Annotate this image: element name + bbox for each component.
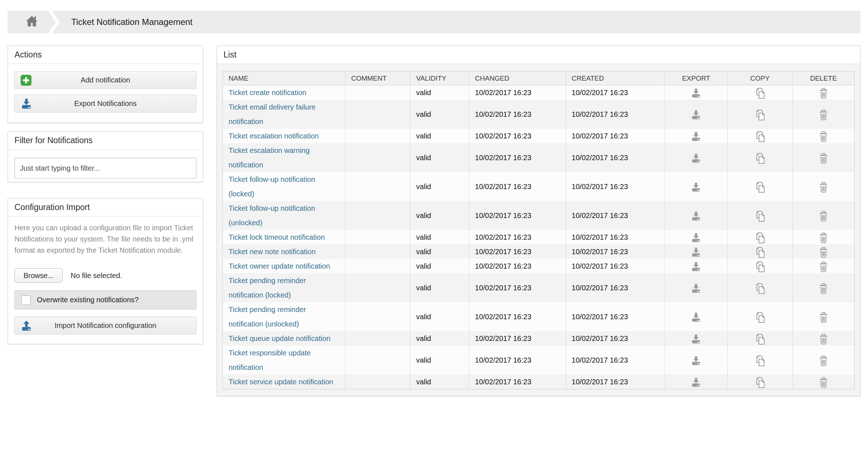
notification-name-link[interactable]: Ticket lock timeout notification — [229, 233, 325, 241]
notification-name-link[interactable]: Ticket follow-up notification (locked) — [229, 175, 315, 198]
changed-cell: 10/02/2017 16:23 — [469, 331, 566, 346]
changed-cell: 10/02/2017 16:23 — [469, 129, 566, 143]
notification-name-link[interactable]: Ticket owner update notification — [229, 262, 330, 270]
export-button[interactable] — [691, 262, 701, 272]
copy-button[interactable] — [754, 210, 765, 222]
add-notification-button[interactable]: Add notification — [14, 71, 196, 89]
delete-button[interactable] — [819, 283, 828, 294]
notification-name-link[interactable]: Ticket email delivery failure notificati… — [229, 103, 315, 125]
delete-button[interactable] — [819, 88, 828, 99]
export-button[interactable] — [691, 334, 701, 344]
comment-cell — [345, 244, 410, 259]
export-button[interactable] — [691, 88, 701, 98]
copy-button[interactable] — [754, 131, 765, 142]
copy-button[interactable] — [754, 261, 765, 273]
delete-button[interactable] — [819, 211, 828, 222]
export-button[interactable] — [691, 182, 701, 192]
trash-icon — [819, 377, 828, 388]
copy-pages-icon — [754, 232, 765, 244]
copy-button[interactable] — [754, 181, 765, 193]
page-title: Ticket Notification Management — [71, 17, 192, 27]
export-button[interactable] — [691, 233, 701, 243]
export-button[interactable] — [691, 356, 701, 366]
copy-button[interactable] — [754, 109, 765, 121]
copy-pages-icon — [754, 210, 765, 222]
delete-button[interactable] — [819, 377, 828, 388]
comment-cell — [345, 85, 410, 100]
notification-table: NAME COMMENT VALIDITY CHANGED CREATED EX… — [222, 71, 855, 389]
notification-name-link[interactable]: Ticket responsible update notification — [229, 349, 311, 371]
copy-button[interactable] — [754, 377, 765, 388]
trash-icon — [819, 110, 828, 120]
notification-name-link[interactable]: Ticket escalation notification — [229, 132, 319, 140]
export-button[interactable] — [691, 247, 701, 257]
copy-button[interactable] — [754, 232, 765, 244]
export-notifications-label: Export Notifications — [74, 99, 136, 108]
export-button[interactable] — [691, 132, 701, 141]
comment-cell — [345, 259, 410, 273]
export-button[interactable] — [691, 110, 701, 120]
export-button[interactable] — [691, 377, 701, 387]
comment-cell — [345, 331, 410, 346]
notification-name-link[interactable]: Ticket pending reminder notification (lo… — [229, 277, 306, 299]
created-cell: 10/02/2017 16:23 — [566, 172, 665, 201]
download-icon — [691, 283, 701, 293]
delete-button[interactable] — [819, 334, 828, 345]
delete-button[interactable] — [819, 153, 828, 164]
breadcrumb: Ticket Notification Management — [8, 11, 860, 33]
copy-pages-icon — [754, 131, 765, 142]
comment-cell — [345, 302, 410, 331]
changed-cell: 10/02/2017 16:23 — [469, 143, 566, 172]
home-link[interactable] — [26, 16, 38, 29]
filter-input[interactable] — [14, 158, 196, 179]
copy-button[interactable] — [754, 355, 765, 367]
no-file-selected-text: No file selected. — [71, 272, 122, 280]
delete-button[interactable] — [819, 247, 828, 258]
delete-button[interactable] — [819, 355, 828, 366]
trash-icon — [819, 312, 828, 323]
comment-cell — [345, 100, 410, 129]
name-cell: Ticket escalation warning notification — [223, 143, 345, 172]
column-header-copy: COPY — [727, 72, 792, 85]
delete-button[interactable] — [819, 312, 828, 323]
copy-button[interactable] — [754, 247, 765, 258]
overwrite-checkbox[interactable] — [21, 295, 31, 305]
validity-cell: valid — [410, 244, 469, 259]
table-row: Ticket follow-up notification (locked) v… — [223, 172, 855, 201]
table-row: Ticket follow-up notification (unlocked)… — [223, 201, 855, 230]
copy-button[interactable] — [754, 153, 765, 164]
delete-button[interactable] — [819, 182, 828, 193]
trash-icon — [819, 131, 828, 142]
trash-icon — [819, 261, 828, 272]
comment-cell — [345, 273, 410, 302]
delete-button[interactable] — [819, 261, 828, 272]
created-cell: 10/02/2017 16:23 — [566, 375, 665, 389]
copy-button[interactable] — [754, 333, 765, 345]
table-row: Ticket escalation warning notification v… — [223, 143, 855, 172]
copy-button[interactable] — [754, 283, 765, 294]
notification-name-link[interactable]: Ticket follow-up notification (unlocked) — [229, 204, 315, 227]
notification-name-link[interactable]: Ticket pending reminder notification (un… — [229, 306, 306, 328]
created-cell: 10/02/2017 16:23 — [566, 85, 665, 100]
export-button[interactable] — [691, 153, 701, 163]
export-notifications-button[interactable]: Export Notifications — [14, 95, 196, 112]
notification-name-link[interactable]: Ticket escalation warning notification — [229, 146, 310, 169]
delete-button[interactable] — [819, 131, 828, 142]
export-button[interactable] — [691, 211, 701, 221]
import-configuration-button[interactable]: Import Notification configuration — [14, 317, 196, 334]
copy-button[interactable] — [754, 87, 765, 99]
export-button[interactable] — [691, 312, 701, 322]
delete-button[interactable] — [819, 110, 828, 120]
notification-name-link[interactable]: Ticket new note notification — [229, 248, 316, 256]
actions-widget: Actions Add notification — [8, 46, 203, 123]
notification-name-link[interactable]: Ticket create notification — [229, 89, 306, 97]
export-button[interactable] — [691, 283, 701, 293]
notification-name-link[interactable]: Ticket queue update notification — [229, 334, 331, 342]
notification-name-link[interactable]: Ticket service update notification — [229, 378, 333, 386]
copy-button[interactable] — [754, 312, 765, 323]
created-cell: 10/02/2017 16:23 — [566, 230, 665, 244]
name-cell: Ticket follow-up notification (unlocked) — [223, 201, 345, 230]
browse-button[interactable]: Browse... — [14, 268, 63, 283]
copy-pages-icon — [754, 181, 765, 193]
delete-button[interactable] — [819, 232, 828, 243]
